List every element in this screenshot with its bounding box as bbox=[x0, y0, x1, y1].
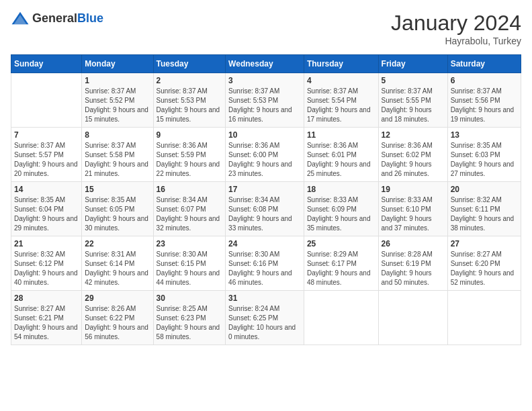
day-number: 22 bbox=[85, 239, 150, 248]
day-number: 10 bbox=[228, 130, 301, 140]
day-cell: 8Sunrise: 8:37 AMSunset: 5:58 PMDaylight… bbox=[82, 128, 153, 182]
day-cell: 26Sunrise: 8:28 AMSunset: 6:19 PMDayligh… bbox=[378, 236, 447, 291]
day-info: Sunrise: 8:33 AMSunset: 6:10 PMDaylight:… bbox=[382, 195, 445, 233]
day-number: 18 bbox=[307, 185, 375, 194]
day-cell: 9Sunrise: 8:36 AMSunset: 5:59 PMDaylight… bbox=[153, 128, 226, 182]
logo-general: General bbox=[32, 11, 77, 25]
day-cell bbox=[11, 73, 82, 128]
day-number: 28 bbox=[14, 293, 79, 303]
day-number: 24 bbox=[228, 239, 301, 248]
day-info: Sunrise: 8:37 AMSunset: 5:52 PMDaylight:… bbox=[85, 87, 150, 124]
day-cell: 21Sunrise: 8:32 AMSunset: 6:12 PMDayligh… bbox=[11, 236, 82, 291]
calendar-table: SundayMondayTuesdayWednesdayThursdayFrid… bbox=[11, 54, 521, 345]
week-row-1: 1Sunrise: 8:37 AMSunset: 5:52 PMDaylight… bbox=[11, 73, 521, 128]
day-info: Sunrise: 8:36 AMSunset: 6:02 PMDaylight:… bbox=[382, 141, 445, 179]
day-cell: 11Sunrise: 8:36 AMSunset: 6:01 PMDayligh… bbox=[304, 128, 378, 182]
week-row-3: 14Sunrise: 8:35 AMSunset: 6:04 PMDayligh… bbox=[11, 182, 521, 236]
logo-blue: Blue bbox=[77, 11, 103, 25]
weekday-header-tuesday: Tuesday bbox=[153, 55, 226, 73]
day-cell: 16Sunrise: 8:34 AMSunset: 6:07 PMDayligh… bbox=[153, 182, 226, 236]
week-row-5: 28Sunrise: 8:27 AMSunset: 6:21 PMDayligh… bbox=[11, 291, 521, 345]
logo-text: GeneralBlue bbox=[32, 11, 103, 26]
day-number: 14 bbox=[14, 185, 79, 194]
title-section: January 2024 Hayrabolu, Turkey bbox=[391, 11, 521, 46]
day-info: Sunrise: 8:35 AMSunset: 6:05 PMDaylight:… bbox=[85, 195, 150, 233]
week-row-4: 21Sunrise: 8:32 AMSunset: 6:12 PMDayligh… bbox=[11, 236, 521, 291]
day-cell: 25Sunrise: 8:29 AMSunset: 6:17 PMDayligh… bbox=[304, 236, 378, 291]
day-cell: 13Sunrise: 8:35 AMSunset: 6:03 PMDayligh… bbox=[447, 128, 521, 182]
day-number: 13 bbox=[451, 130, 518, 140]
weekday-header-monday: Monday bbox=[82, 55, 153, 73]
day-cell: 20Sunrise: 8:32 AMSunset: 6:11 PMDayligh… bbox=[447, 182, 521, 236]
weekday-header-row: SundayMondayTuesdayWednesdayThursdayFrid… bbox=[11, 55, 521, 73]
logo: GeneralBlue bbox=[11, 11, 103, 26]
day-cell bbox=[447, 291, 521, 345]
day-number: 26 bbox=[382, 239, 445, 248]
day-number: 25 bbox=[307, 239, 375, 248]
day-number: 3 bbox=[228, 76, 301, 85]
location-title: Hayrabolu, Turkey bbox=[391, 36, 521, 46]
day-info: Sunrise: 8:36 AMSunset: 6:01 PMDaylight:… bbox=[307, 141, 375, 179]
day-number: 1 bbox=[85, 76, 150, 85]
day-number: 5 bbox=[382, 76, 445, 85]
day-number: 23 bbox=[157, 239, 223, 248]
day-cell: 14Sunrise: 8:35 AMSunset: 6:04 PMDayligh… bbox=[11, 182, 82, 236]
day-info: Sunrise: 8:27 AMSunset: 6:20 PMDaylight:… bbox=[451, 250, 518, 287]
day-cell: 30Sunrise: 8:25 AMSunset: 6:23 PMDayligh… bbox=[153, 291, 226, 345]
day-cell: 22Sunrise: 8:31 AMSunset: 6:14 PMDayligh… bbox=[82, 236, 153, 291]
day-cell: 29Sunrise: 8:26 AMSunset: 6:22 PMDayligh… bbox=[82, 291, 153, 345]
day-info: Sunrise: 8:28 AMSunset: 6:19 PMDaylight:… bbox=[382, 250, 445, 287]
day-info: Sunrise: 8:25 AMSunset: 6:23 PMDaylight:… bbox=[157, 304, 223, 342]
day-cell: 3Sunrise: 8:37 AMSunset: 5:53 PMDaylight… bbox=[226, 73, 304, 128]
day-cell: 4Sunrise: 8:37 AMSunset: 5:54 PMDaylight… bbox=[304, 73, 378, 128]
day-cell: 24Sunrise: 8:30 AMSunset: 6:16 PMDayligh… bbox=[226, 236, 304, 291]
day-number: 11 bbox=[307, 130, 375, 140]
day-info: Sunrise: 8:30 AMSunset: 6:16 PMDaylight:… bbox=[228, 250, 301, 287]
day-cell: 7Sunrise: 8:37 AMSunset: 5:57 PMDaylight… bbox=[11, 128, 82, 182]
day-number: 27 bbox=[451, 239, 518, 248]
day-info: Sunrise: 8:34 AMSunset: 6:07 PMDaylight:… bbox=[157, 195, 223, 233]
day-info: Sunrise: 8:37 AMSunset: 5:55 PMDaylight:… bbox=[382, 87, 445, 124]
day-info: Sunrise: 8:36 AMSunset: 5:59 PMDaylight:… bbox=[157, 141, 223, 179]
day-info: Sunrise: 8:35 AMSunset: 6:03 PMDaylight:… bbox=[451, 141, 518, 179]
day-cell: 12Sunrise: 8:36 AMSunset: 6:02 PMDayligh… bbox=[378, 128, 447, 182]
day-number: 29 bbox=[85, 293, 150, 303]
weekday-header-thursday: Thursday bbox=[304, 55, 378, 73]
day-info: Sunrise: 8:37 AMSunset: 5:57 PMDaylight:… bbox=[14, 141, 79, 179]
day-info: Sunrise: 8:37 AMSunset: 5:58 PMDaylight:… bbox=[85, 141, 150, 179]
day-info: Sunrise: 8:29 AMSunset: 6:17 PMDaylight:… bbox=[307, 250, 375, 287]
day-number: 15 bbox=[85, 185, 150, 194]
day-number: 12 bbox=[382, 130, 445, 140]
weekday-header-saturday: Saturday bbox=[447, 55, 521, 73]
day-cell: 15Sunrise: 8:35 AMSunset: 6:05 PMDayligh… bbox=[82, 182, 153, 236]
day-info: Sunrise: 8:37 AMSunset: 5:56 PMDaylight:… bbox=[451, 87, 518, 124]
day-cell: 31Sunrise: 8:24 AMSunset: 6:25 PMDayligh… bbox=[226, 291, 304, 345]
day-number: 6 bbox=[451, 76, 518, 85]
month-title: January 2024 bbox=[391, 11, 521, 36]
day-info: Sunrise: 8:24 AMSunset: 6:25 PMDaylight:… bbox=[228, 304, 301, 342]
day-info: Sunrise: 8:36 AMSunset: 6:00 PMDaylight:… bbox=[228, 141, 301, 179]
day-info: Sunrise: 8:27 AMSunset: 6:21 PMDaylight:… bbox=[14, 304, 79, 342]
day-cell: 6Sunrise: 8:37 AMSunset: 5:56 PMDaylight… bbox=[447, 73, 521, 128]
day-cell: 5Sunrise: 8:37 AMSunset: 5:55 PMDaylight… bbox=[378, 73, 447, 128]
day-number: 31 bbox=[228, 293, 301, 303]
day-cell: 10Sunrise: 8:36 AMSunset: 6:00 PMDayligh… bbox=[226, 128, 304, 182]
day-cell: 19Sunrise: 8:33 AMSunset: 6:10 PMDayligh… bbox=[378, 182, 447, 236]
day-number: 16 bbox=[157, 185, 223, 194]
day-number: 2 bbox=[157, 76, 223, 85]
weekday-header-wednesday: Wednesday bbox=[226, 55, 304, 73]
day-cell: 1Sunrise: 8:37 AMSunset: 5:52 PMDaylight… bbox=[82, 73, 153, 128]
day-info: Sunrise: 8:37 AMSunset: 5:53 PMDaylight:… bbox=[228, 87, 301, 124]
day-info: Sunrise: 8:37 AMSunset: 5:54 PMDaylight:… bbox=[307, 87, 375, 124]
day-info: Sunrise: 8:32 AMSunset: 6:12 PMDaylight:… bbox=[14, 250, 79, 287]
day-cell: 23Sunrise: 8:30 AMSunset: 6:15 PMDayligh… bbox=[153, 236, 226, 291]
day-number: 9 bbox=[157, 130, 223, 140]
day-info: Sunrise: 8:32 AMSunset: 6:11 PMDaylight:… bbox=[451, 195, 518, 233]
day-number: 17 bbox=[228, 185, 301, 194]
day-number: 21 bbox=[14, 239, 79, 248]
weekday-header-friday: Friday bbox=[378, 55, 447, 73]
header: GeneralBlue January 2024 Hayrabolu, Turk… bbox=[11, 11, 521, 46]
day-cell: 17Sunrise: 8:34 AMSunset: 6:08 PMDayligh… bbox=[226, 182, 304, 236]
day-cell bbox=[378, 291, 447, 345]
day-number: 7 bbox=[14, 130, 79, 140]
